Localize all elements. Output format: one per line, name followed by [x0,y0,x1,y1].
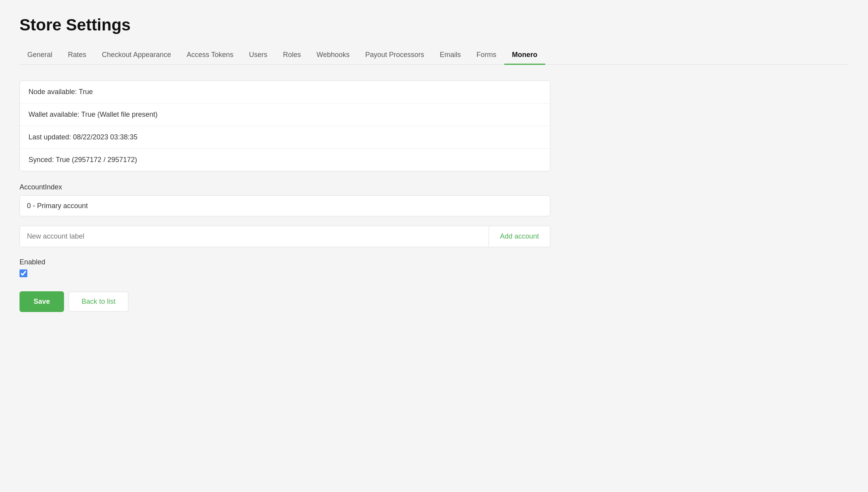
back-to-list-button[interactable]: Back to list [69,292,128,312]
save-button[interactable]: Save [20,291,64,312]
status-card: Node available: True Wallet available: T… [20,80,550,171]
tab-users[interactable]: Users [241,46,275,65]
tab-forms[interactable]: Forms [469,46,504,65]
account-index-section: AccountIndex 0 - Primary account [20,183,550,216]
account-index-select[interactable]: 0 - Primary account [20,195,550,216]
tab-payout-processors[interactable]: Payout Processors [358,46,432,65]
enabled-checkbox-wrapper [20,269,550,277]
tab-roles[interactable]: Roles [275,46,309,65]
synced-status: Synced: True (2957172 / 2957172) [20,149,550,171]
tab-checkout-appearance[interactable]: Checkout Appearance [94,46,179,65]
page-title: Store Settings [20,16,848,34]
account-index-label: AccountIndex [20,183,550,191]
wallet-available-status: Wallet available: True (Wallet file pres… [20,103,550,126]
tab-emails[interactable]: Emails [432,46,469,65]
tab-webhooks[interactable]: Webhooks [309,46,358,65]
tabs-nav: GeneralRatesCheckout AppearanceAccess To… [20,46,848,65]
node-available-status: Node available: True [20,81,550,103]
enabled-label: Enabled [20,258,550,266]
new-account-input[interactable] [20,226,489,247]
enabled-section: Enabled [20,258,550,277]
new-account-row: Add account [20,226,550,247]
last-updated-status: Last updated: 08/22/2023 03:38:35 [20,126,550,149]
enabled-checkbox[interactable] [20,269,27,277]
tab-general[interactable]: General [20,46,60,65]
tab-rates[interactable]: Rates [60,46,94,65]
tab-access-tokens[interactable]: Access Tokens [179,46,241,65]
tab-monero[interactable]: Monero [504,46,545,65]
actions-row: Save Back to list [20,291,550,312]
content-area: Node available: True Wallet available: T… [20,80,550,312]
add-account-button[interactable]: Add account [489,226,550,247]
